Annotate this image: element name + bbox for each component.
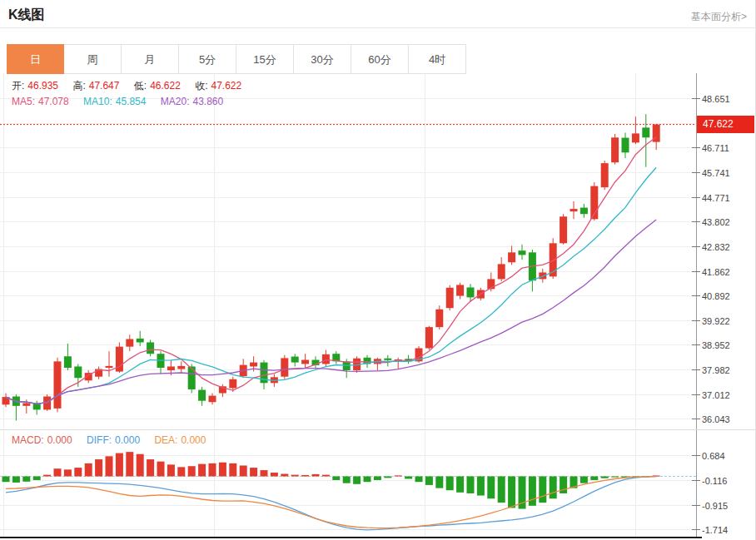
svg-text:37.982: 37.982 [702,365,730,375]
ohlc-legend: 开:46.935 高:47.647 低:46.622 收:47.622 [12,79,245,93]
low-value: 46.622 [150,80,181,92]
svg-text:-0.116: -0.116 [702,476,727,486]
svg-text:45.741: 45.741 [702,168,730,178]
ma10-line [6,167,656,404]
header-divider [0,27,756,28]
main-chart-svg[interactable]: 48.65146.71145.74144.77143.80242.83241.8… [0,73,756,431]
ma20-label: MA20: [161,96,190,107]
diff-label: DIFF: [87,434,112,446]
high-label: 高: [72,80,85,92]
svg-text:39.922: 39.922 [702,316,730,326]
macd-value: 0.000 [47,434,72,446]
dea-label: DEA: [154,434,177,446]
close-label: 收: [195,80,207,92]
kline-page: K线图 基本面分析> 日 周 月 5分 15分 30分 60分 4时 48.65… [0,0,756,540]
ma5-value: 47.078 [38,96,69,107]
ma5-line [6,137,656,404]
open-value: 46.935 [27,80,58,92]
svg-text:0.684: 0.684 [702,451,725,461]
diff-value: 0.000 [115,434,140,446]
svg-text:-0.915: -0.915 [702,501,728,511]
macd-legend: MACD:0.000 DIFF:0.000 DEA:0.000 [12,434,209,446]
ma10-label: MA10: [83,96,112,107]
tab-week[interactable]: 周 [64,44,122,74]
svg-text:40.892: 40.892 [702,291,730,301]
tab-15min[interactable]: 15分 [236,44,294,74]
current-price-value: 47.622 [703,118,734,130]
svg-text:36.043: 36.043 [702,414,730,424]
low-label: 低: [134,80,147,92]
fundamental-analysis-link[interactable]: 基本面分析> [691,10,747,24]
interval-tabbar: 日 周 月 5分 15分 30分 60分 4时 [7,44,466,74]
tab-30min[interactable]: 30分 [294,44,351,74]
svg-text:37.012: 37.012 [702,390,730,400]
dea-line [6,477,656,528]
svg-text:43.802: 43.802 [702,217,730,227]
svg-text:-1.714: -1.714 [702,525,728,535]
page-title: K线图 [8,7,45,24]
svg-text:38.952: 38.952 [702,340,730,350]
macd-chart-svg[interactable]: 0.684-0.116-0.915-1.714 [0,431,756,540]
macd-label: MACD: [12,434,44,446]
svg-text:42.832: 42.832 [702,242,730,252]
svg-text:41.862: 41.862 [702,267,730,277]
tab-5min[interactable]: 5分 [179,44,236,74]
candles-group [2,114,660,420]
dea-value: 0.000 [181,434,206,446]
ma20-line [6,220,656,404]
ma20-value: 43.860 [192,96,223,107]
ma5-label: MA5: [12,96,35,107]
svg-text:46.711: 46.711 [702,143,729,153]
current-price-tag: 47.622 [697,116,754,133]
diff-line [6,477,656,530]
tab-4hour[interactable]: 4时 [409,44,466,74]
high-value: 47.647 [89,80,120,92]
svg-text:44.771: 44.771 [702,193,730,203]
tab-day[interactable]: 日 [7,44,64,74]
ma-legend: MA5:47.078 MA10:45.854 MA20:43.860 [12,96,226,107]
tab-month[interactable]: 月 [122,44,179,74]
close-value: 47.622 [211,80,242,92]
open-label: 开: [12,80,24,92]
tab-60min[interactable]: 60分 [351,44,409,74]
ma10-value: 45.854 [116,96,147,107]
svg-text:48.651: 48.651 [702,94,730,104]
